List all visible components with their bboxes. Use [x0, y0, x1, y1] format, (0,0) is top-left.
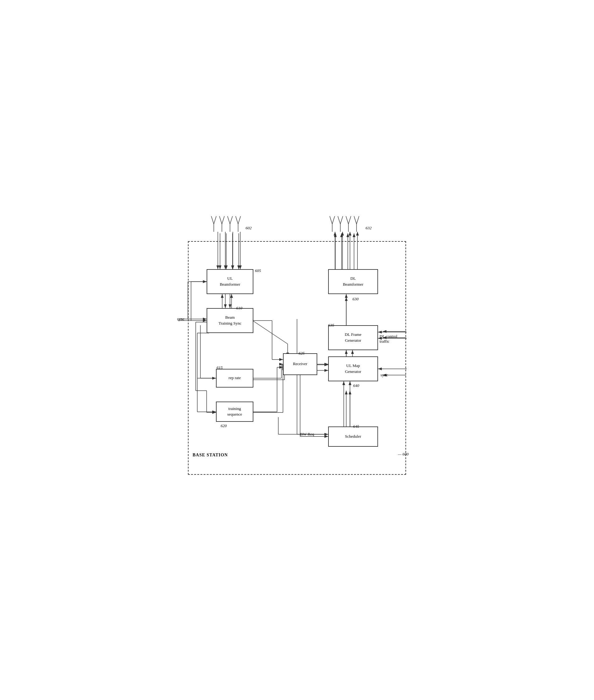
training-sequence-block: training sequence — [216, 401, 253, 422]
svg-line-48 — [222, 216, 224, 224]
svg-line-66 — [357, 216, 359, 224]
svg-line-53 — [236, 216, 238, 224]
receiver-block: Receiver — [283, 353, 317, 375]
svg-line-60 — [340, 216, 343, 224]
svg-line-62 — [346, 216, 349, 224]
ref-602: 602 — [245, 225, 252, 231]
dl-beamformer-block: DL Beamformer — [328, 269, 378, 294]
training-sequence-label: training sequence — [227, 406, 242, 417]
beam-training-sync-label: Beam Training Sync — [219, 315, 241, 326]
ref-620: 620 — [221, 423, 227, 428]
svg-line-56 — [330, 216, 332, 224]
beam-training-sync-block: Beam Training Sync — [207, 308, 253, 333]
ref-635: 635 — [328, 323, 334, 328]
right-antenna-group — [328, 213, 366, 233]
dl-control-traffic-text: DL control traffic — [380, 334, 397, 344]
receiver-label: Receiver — [293, 361, 307, 367]
svg-line-57 — [332, 216, 335, 224]
scheduler-label: Scheduler — [345, 434, 361, 439]
rep-rate-label: rep rate — [228, 375, 240, 381]
svg-line-63 — [349, 216, 351, 224]
ref-615: 615 — [217, 365, 223, 370]
ref-605: 605 — [255, 268, 261, 273]
svg-line-44 — [211, 216, 214, 224]
dl-control-traffic-label: DL control traffic — [380, 329, 397, 344]
ref-630: 630 — [353, 296, 359, 302]
ref-600: — 600 — [398, 452, 408, 457]
base-station-label: BASE STATION — [193, 453, 228, 458]
svg-line-54 — [238, 216, 240, 224]
diagram-container: BASE STATION — 600 602 — [175, 210, 419, 490]
sync-left-label: sync — [177, 316, 185, 321]
ref-645: 645 — [353, 424, 359, 429]
ref-610: 610 — [236, 306, 242, 311]
ref-640: 640 — [353, 383, 359, 388]
sync-right-label: sync — [381, 373, 388, 378]
ul-beamformer-label: UL Beamformer — [220, 276, 240, 287]
svg-line-47 — [220, 216, 222, 224]
svg-line-59 — [338, 216, 340, 224]
ul-map-generator-label: UL Map Generator — [345, 363, 361, 374]
dl-frame-generator-block: DL Frame Generator — [328, 325, 378, 350]
dl-beamformer-label: DL Beamformer — [343, 276, 363, 287]
rep-rate-block: rep rate — [216, 369, 253, 388]
svg-line-45 — [214, 216, 216, 224]
dl-frame-generator-label: DL Frame Generator — [345, 332, 361, 343]
scheduler-block: Scheduler — [328, 426, 378, 447]
ref-625: 625 — [299, 351, 305, 356]
ref-632: 632 — [366, 225, 372, 231]
svg-line-50 — [228, 216, 230, 224]
svg-line-51 — [230, 216, 232, 224]
left-antenna-group — [210, 213, 247, 233]
ul-map-generator-block: UL Map Generator — [328, 356, 378, 381]
svg-line-65 — [354, 216, 357, 224]
ul-beamformer-block: UL Beamformer — [207, 269, 253, 294]
bw-req-label: BW Req — [300, 432, 314, 437]
